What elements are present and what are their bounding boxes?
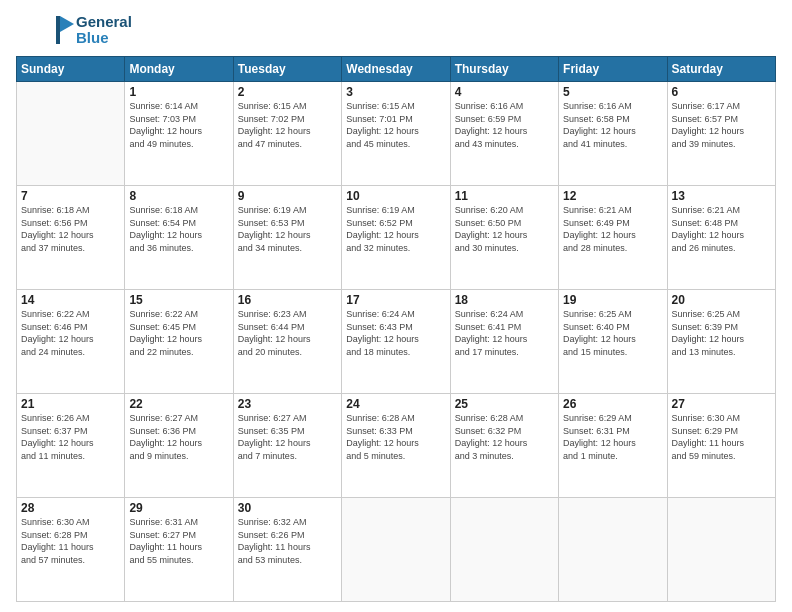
day-info: Sunrise: 6:28 AM Sunset: 6:33 PM Dayligh…	[346, 412, 445, 462]
day-cell: 17Sunrise: 6:24 AM Sunset: 6:43 PM Dayli…	[342, 290, 450, 394]
day-number: 11	[455, 189, 554, 203]
day-cell: 22Sunrise: 6:27 AM Sunset: 6:36 PM Dayli…	[125, 394, 233, 498]
day-cell: 14Sunrise: 6:22 AM Sunset: 6:46 PM Dayli…	[17, 290, 125, 394]
day-cell	[450, 498, 558, 602]
col-header-sunday: Sunday	[17, 57, 125, 82]
day-cell	[17, 82, 125, 186]
day-number: 28	[21, 501, 120, 515]
header-row: SundayMondayTuesdayWednesdayThursdayFrid…	[17, 57, 776, 82]
day-info: Sunrise: 6:30 AM Sunset: 6:29 PM Dayligh…	[672, 412, 771, 462]
week-row-3: 21Sunrise: 6:26 AM Sunset: 6:37 PM Dayli…	[17, 394, 776, 498]
day-info: Sunrise: 6:30 AM Sunset: 6:28 PM Dayligh…	[21, 516, 120, 566]
day-number: 27	[672, 397, 771, 411]
day-number: 29	[129, 501, 228, 515]
day-number: 8	[129, 189, 228, 203]
day-number: 7	[21, 189, 120, 203]
svg-marker-0	[60, 16, 74, 32]
logo-text: GeneralBlue	[76, 14, 132, 47]
day-info: Sunrise: 6:16 AM Sunset: 6:59 PM Dayligh…	[455, 100, 554, 150]
week-row-4: 28Sunrise: 6:30 AM Sunset: 6:28 PM Dayli…	[17, 498, 776, 602]
day-number: 6	[672, 85, 771, 99]
logo-blue: Blue	[76, 30, 132, 47]
day-cell: 26Sunrise: 6:29 AM Sunset: 6:31 PM Dayli…	[559, 394, 667, 498]
day-cell: 6Sunrise: 6:17 AM Sunset: 6:57 PM Daylig…	[667, 82, 775, 186]
day-cell: 29Sunrise: 6:31 AM Sunset: 6:27 PM Dayli…	[125, 498, 233, 602]
day-number: 10	[346, 189, 445, 203]
day-cell: 8Sunrise: 6:18 AM Sunset: 6:54 PM Daylig…	[125, 186, 233, 290]
day-cell: 12Sunrise: 6:21 AM Sunset: 6:49 PM Dayli…	[559, 186, 667, 290]
day-number: 12	[563, 189, 662, 203]
day-info: Sunrise: 6:26 AM Sunset: 6:37 PM Dayligh…	[21, 412, 120, 462]
day-cell: 15Sunrise: 6:22 AM Sunset: 6:45 PM Dayli…	[125, 290, 233, 394]
day-info: Sunrise: 6:19 AM Sunset: 6:53 PM Dayligh…	[238, 204, 337, 254]
day-info: Sunrise: 6:16 AM Sunset: 6:58 PM Dayligh…	[563, 100, 662, 150]
day-info: Sunrise: 6:20 AM Sunset: 6:50 PM Dayligh…	[455, 204, 554, 254]
logo: GeneralBlue	[16, 10, 132, 50]
week-row-2: 14Sunrise: 6:22 AM Sunset: 6:46 PM Dayli…	[17, 290, 776, 394]
day-info: Sunrise: 6:25 AM Sunset: 6:40 PM Dayligh…	[563, 308, 662, 358]
day-info: Sunrise: 6:15 AM Sunset: 7:02 PM Dayligh…	[238, 100, 337, 150]
col-header-thursday: Thursday	[450, 57, 558, 82]
calendar-table: SundayMondayTuesdayWednesdayThursdayFrid…	[16, 56, 776, 602]
day-info: Sunrise: 6:27 AM Sunset: 6:36 PM Dayligh…	[129, 412, 228, 462]
day-cell: 28Sunrise: 6:30 AM Sunset: 6:28 PM Dayli…	[17, 498, 125, 602]
day-cell	[559, 498, 667, 602]
day-cell	[667, 498, 775, 602]
header: GeneralBlue	[16, 10, 776, 50]
day-info: Sunrise: 6:15 AM Sunset: 7:01 PM Dayligh…	[346, 100, 445, 150]
col-header-friday: Friday	[559, 57, 667, 82]
week-row-0: 1Sunrise: 6:14 AM Sunset: 7:03 PM Daylig…	[17, 82, 776, 186]
day-info: Sunrise: 6:29 AM Sunset: 6:31 PM Dayligh…	[563, 412, 662, 462]
day-cell: 4Sunrise: 6:16 AM Sunset: 6:59 PM Daylig…	[450, 82, 558, 186]
day-cell: 18Sunrise: 6:24 AM Sunset: 6:41 PM Dayli…	[450, 290, 558, 394]
day-info: Sunrise: 6:25 AM Sunset: 6:39 PM Dayligh…	[672, 308, 771, 358]
day-cell: 9Sunrise: 6:19 AM Sunset: 6:53 PM Daylig…	[233, 186, 341, 290]
day-number: 9	[238, 189, 337, 203]
week-row-1: 7Sunrise: 6:18 AM Sunset: 6:56 PM Daylig…	[17, 186, 776, 290]
day-cell: 10Sunrise: 6:19 AM Sunset: 6:52 PM Dayli…	[342, 186, 450, 290]
day-info: Sunrise: 6:14 AM Sunset: 7:03 PM Dayligh…	[129, 100, 228, 150]
day-number: 1	[129, 85, 228, 99]
day-info: Sunrise: 6:21 AM Sunset: 6:49 PM Dayligh…	[563, 204, 662, 254]
day-info: Sunrise: 6:23 AM Sunset: 6:44 PM Dayligh…	[238, 308, 337, 358]
logo-general: General	[76, 14, 132, 31]
col-header-saturday: Saturday	[667, 57, 775, 82]
day-number: 26	[563, 397, 662, 411]
day-info: Sunrise: 6:28 AM Sunset: 6:32 PM Dayligh…	[455, 412, 554, 462]
day-number: 17	[346, 293, 445, 307]
day-cell: 19Sunrise: 6:25 AM Sunset: 6:40 PM Dayli…	[559, 290, 667, 394]
day-info: Sunrise: 6:22 AM Sunset: 6:46 PM Dayligh…	[21, 308, 120, 358]
day-cell	[342, 498, 450, 602]
col-header-monday: Monday	[125, 57, 233, 82]
day-cell: 2Sunrise: 6:15 AM Sunset: 7:02 PM Daylig…	[233, 82, 341, 186]
day-number: 24	[346, 397, 445, 411]
page: GeneralBlue SundayMondayTuesdayWednesday…	[0, 0, 792, 612]
day-number: 30	[238, 501, 337, 515]
day-number: 3	[346, 85, 445, 99]
logo-svg	[16, 10, 76, 50]
day-number: 21	[21, 397, 120, 411]
day-number: 19	[563, 293, 662, 307]
day-cell: 23Sunrise: 6:27 AM Sunset: 6:35 PM Dayli…	[233, 394, 341, 498]
day-number: 14	[21, 293, 120, 307]
day-number: 5	[563, 85, 662, 99]
day-number: 13	[672, 189, 771, 203]
day-info: Sunrise: 6:32 AM Sunset: 6:26 PM Dayligh…	[238, 516, 337, 566]
day-number: 23	[238, 397, 337, 411]
day-cell: 13Sunrise: 6:21 AM Sunset: 6:48 PM Dayli…	[667, 186, 775, 290]
day-cell: 27Sunrise: 6:30 AM Sunset: 6:29 PM Dayli…	[667, 394, 775, 498]
col-header-tuesday: Tuesday	[233, 57, 341, 82]
day-cell: 7Sunrise: 6:18 AM Sunset: 6:56 PM Daylig…	[17, 186, 125, 290]
day-info: Sunrise: 6:27 AM Sunset: 6:35 PM Dayligh…	[238, 412, 337, 462]
day-number: 18	[455, 293, 554, 307]
day-info: Sunrise: 6:17 AM Sunset: 6:57 PM Dayligh…	[672, 100, 771, 150]
day-cell: 24Sunrise: 6:28 AM Sunset: 6:33 PM Dayli…	[342, 394, 450, 498]
day-cell: 25Sunrise: 6:28 AM Sunset: 6:32 PM Dayli…	[450, 394, 558, 498]
day-cell: 20Sunrise: 6:25 AM Sunset: 6:39 PM Dayli…	[667, 290, 775, 394]
day-cell: 21Sunrise: 6:26 AM Sunset: 6:37 PM Dayli…	[17, 394, 125, 498]
day-info: Sunrise: 6:24 AM Sunset: 6:41 PM Dayligh…	[455, 308, 554, 358]
day-cell: 5Sunrise: 6:16 AM Sunset: 6:58 PM Daylig…	[559, 82, 667, 186]
day-info: Sunrise: 6:19 AM Sunset: 6:52 PM Dayligh…	[346, 204, 445, 254]
col-header-wednesday: Wednesday	[342, 57, 450, 82]
day-info: Sunrise: 6:31 AM Sunset: 6:27 PM Dayligh…	[129, 516, 228, 566]
